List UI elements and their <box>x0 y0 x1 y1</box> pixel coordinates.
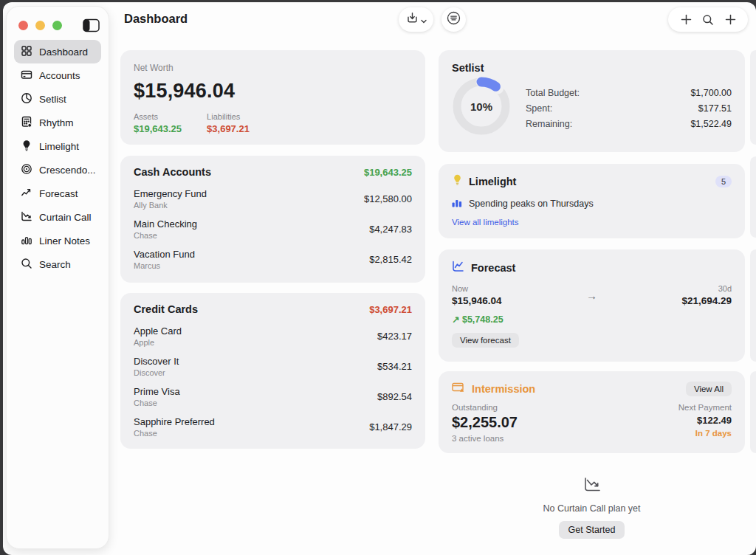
sidebar-item-dashboard[interactable]: Dashboard <box>14 40 101 63</box>
forecast-icon <box>21 187 32 201</box>
account-row[interactable]: Vacation FundMarcus $2,815.42 <box>134 244 412 275</box>
sidebar-item-liner-notes[interactable]: Liner Notes <box>14 229 101 252</box>
setlist-icon <box>21 92 32 106</box>
view-all-limelights-link[interactable]: View all limelights <box>452 218 519 227</box>
credit-card-row[interactable]: Prime VisaChase $892.54 <box>134 382 412 412</box>
partial-card <box>750 156 756 238</box>
forecast-delta-value: $5,748.25 <box>462 314 504 325</box>
card-name: Discover It <box>134 356 179 367</box>
sidebar-item-label: Rhythm <box>39 117 74 128</box>
outstanding-label: Outstanding <box>452 403 518 412</box>
sidebar-item-curtain-call[interactable]: Curtain Call <box>14 205 101 229</box>
right-arrow-icon: → <box>586 289 597 302</box>
liabilities-value: $3,697.21 <box>207 123 250 134</box>
assets-label: Assets <box>134 112 182 121</box>
limelight-title: Limelight <box>469 176 709 187</box>
liner-notes-icon <box>21 234 32 248</box>
sidebar-toggle-icon[interactable] <box>82 18 100 32</box>
cash-accounts-title: Cash Accounts <box>134 166 211 178</box>
bar-chart-icon <box>452 198 462 210</box>
view-forecast-button[interactable]: View forecast <box>452 333 519 348</box>
sidebar-item-label: Search <box>39 259 71 270</box>
total-budget-value: $1,700.00 <box>690 88 732 98</box>
add-button-secondary[interactable] <box>722 12 738 28</box>
card-balance: $534.21 <box>377 361 412 372</box>
search-button[interactable] <box>700 12 716 28</box>
spent-label: Spent: <box>526 103 552 114</box>
chart-downtrend-icon <box>439 476 745 497</box>
get-started-button[interactable]: Get Started <box>559 521 625 539</box>
card-balance: $423.17 <box>377 331 412 342</box>
card-issuer: Chase <box>134 429 215 438</box>
forecast-horizon-value: $21,694.29 <box>681 295 732 306</box>
account-balance: $2,815.42 <box>369 254 412 265</box>
forecast-card: Forecast Now $15,946.04 → 30d $21,694.29… <box>439 249 745 362</box>
minimize-window-button[interactable] <box>35 21 45 30</box>
close-window-button[interactable] <box>18 21 28 30</box>
credit-card-row[interactable]: Sapphire PreferredChase $1,847.29 <box>134 412 412 442</box>
account-institution: Marcus <box>134 261 195 270</box>
remaining-label: Remaining: <box>526 119 572 129</box>
import-icon <box>406 12 419 27</box>
intermission-card: Intermission View All Outstanding $2,255… <box>439 371 745 453</box>
curtain-call-icon <box>21 210 32 224</box>
next-payment-label: Next Payment <box>678 403 732 412</box>
view-all-button[interactable]: View All <box>686 382 732 396</box>
sidebar-item-rhythm[interactable]: Rhythm <box>14 111 101 134</box>
limelight-count-badge: 5 <box>715 176 732 187</box>
account-institution: Chase <box>134 231 197 240</box>
sidebar-item-limelight[interactable]: Limelight <box>14 134 101 158</box>
card-name: Prime Visa <box>134 386 180 397</box>
sidebar-item-crescendo[interactable]: Crescendo... <box>14 158 101 182</box>
account-name: Vacation Fund <box>134 249 195 260</box>
next-payment-due: In 7 days <box>678 429 732 438</box>
rhythm-icon <box>21 116 32 130</box>
curtain-call-empty-state: No Curtain Call plan yet Get Started <box>439 476 745 539</box>
net-worth-value: $15,946.04 <box>134 80 412 103</box>
sidebar: Dashboard Accounts Setlist Rhythm Limeli… <box>6 6 109 549</box>
import-button[interactable] <box>399 7 433 32</box>
empty-state-message: No Curtain Call plan yet <box>439 503 745 514</box>
add-button[interactable] <box>678 12 694 28</box>
limelight-card: Limelight 5 Spending peaks on Thursdays … <box>439 164 745 238</box>
app-screen: Dashboard Accounts Setlist Rhythm Limeli… <box>0 0 756 555</box>
account-row[interactable]: Main CheckingChase $4,247.83 <box>134 214 412 244</box>
credit-card-row[interactable]: Discover ItDiscover $534.21 <box>134 351 412 382</box>
loan-card-warning-icon <box>452 382 465 396</box>
crescendo-icon <box>21 163 32 177</box>
cash-accounts-total: $19,643.25 <box>364 167 412 178</box>
card-issuer: Chase <box>134 399 180 407</box>
next-payment-value: $122.49 <box>678 415 732 426</box>
sidebar-item-label: Limelight <box>39 141 79 152</box>
filter-button[interactable] <box>441 7 466 32</box>
sidebar-item-label: Crescendo... <box>39 165 96 176</box>
forecast-now-value: $15,946.04 <box>452 295 502 306</box>
intermission-title: Intermission <box>472 383 679 395</box>
sidebar-item-accounts[interactable]: Accounts <box>14 63 101 87</box>
sidebar-item-forecast[interactable]: Forecast <box>14 182 101 205</box>
sidebar-item-label: Setlist <box>39 94 66 105</box>
dashboard-icon <box>21 45 32 59</box>
zoom-window-button[interactable] <box>52 21 62 30</box>
net-worth-card: Net Worth $15,946.04 Assets $19,643.25 L… <box>120 50 425 145</box>
card-name: Apple Card <box>134 325 182 337</box>
credit-cards-total: $3,697.21 <box>369 304 412 315</box>
forecast-horizon-label: 30d <box>681 284 732 293</box>
remaining-value: $1,522.49 <box>690 119 732 129</box>
outstanding-value: $2,255.07 <box>452 414 518 431</box>
credit-card-row[interactable]: Apple CardApple $423.17 <box>134 321 412 351</box>
budget-percent: 10% <box>452 77 511 136</box>
account-balance: $4,247.83 <box>369 224 412 235</box>
limelight-icon <box>21 139 32 154</box>
liabilities-label: Liabilities <box>207 112 250 121</box>
card-balance: $892.54 <box>377 391 412 402</box>
page-title: Dashboard <box>124 12 188 26</box>
account-row[interactable]: Emergency FundAlly Bank $12,580.00 <box>134 184 412 214</box>
forecast-title: Forecast <box>471 262 515 274</box>
account-name: Main Checking <box>134 218 197 230</box>
header-actions <box>668 7 748 32</box>
assets-value: $19,643.25 <box>134 123 182 134</box>
sidebar-item-search[interactable]: Search <box>14 252 101 276</box>
sidebar-item-setlist[interactable]: Setlist <box>14 87 101 111</box>
sidebar-item-label: Liner Notes <box>39 235 90 247</box>
